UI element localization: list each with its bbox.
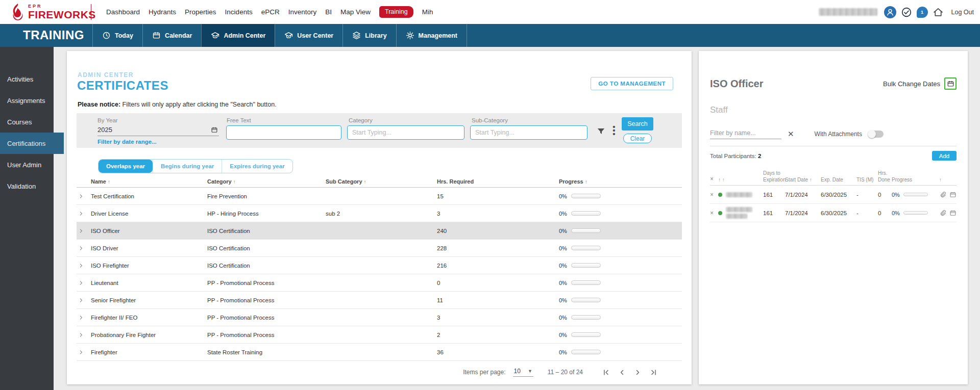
expand-row-icon[interactable] <box>78 314 85 321</box>
table-row[interactable]: Senior FirefighterPP - Promotional Proce… <box>77 292 682 309</box>
remove-staff-icon[interactable]: × <box>710 191 718 198</box>
bulk-change-dates-button[interactable]: Bulk Change Dates <box>883 77 957 90</box>
tab-expires-during-year[interactable]: Expires during year <box>222 160 292 173</box>
expand-row-icon[interactable] <box>78 262 85 269</box>
progress-value: 0% <box>559 263 567 269</box>
tab-begins-during-year[interactable]: Begins during year <box>153 160 222 173</box>
cell-category: ISO Certification <box>207 228 326 234</box>
sub-nav-item-library[interactable]: Library <box>342 24 396 47</box>
expand-row-icon[interactable] <box>78 210 85 217</box>
table-row[interactable]: ISO OfficerISO Certification2400% <box>77 222 682 240</box>
table-row[interactable]: ISO FirefighterISO Certification2160% <box>77 257 682 274</box>
flame-logo-icon <box>10 3 26 20</box>
next-page-icon[interactable] <box>634 369 642 376</box>
by-year-input[interactable]: 2025 <box>97 124 219 136</box>
clear-name-filter-icon[interactable]: ✕ <box>788 129 794 139</box>
staff-row[interactable]: ×1617/1/20246/30/2025-00% <box>710 186 957 204</box>
column-header-sub-category[interactable]: Sub Category↑ <box>326 178 437 185</box>
sidebar-item-courses[interactable]: Courses <box>0 111 54 133</box>
top-nav-item-incidents[interactable]: Incidents <box>225 8 253 16</box>
column-header-name[interactable]: Name↑ <box>91 178 207 185</box>
top-nav-item-inventory[interactable]: Inventory <box>288 8 317 16</box>
calendar-icon[interactable] <box>211 126 218 134</box>
expand-row-icon[interactable] <box>78 331 85 339</box>
table-row[interactable]: LieutenantPP - Promotional Process00% <box>77 274 682 292</box>
column-header-category[interactable]: Category↑ <box>207 178 326 185</box>
expand-row-icon[interactable] <box>78 193 85 200</box>
previous-page-icon[interactable] <box>618 369 626 376</box>
cell-progress: 0% <box>892 192 939 198</box>
sidebar-item-certifications[interactable]: Certifications <box>0 133 64 154</box>
cell-progress: 0% <box>559 245 682 251</box>
sidebar-item-user-admin[interactable]: User Admin <box>0 154 54 175</box>
expand-row-icon[interactable] <box>78 279 85 287</box>
expand-row-icon[interactable] <box>78 245 85 252</box>
table-row[interactable]: Test CertificationFire Prevention150% <box>77 188 682 205</box>
column-header-hrs-required[interactable]: Hrs. Required <box>437 178 559 185</box>
attachment-icon[interactable] <box>939 191 946 198</box>
top-nav-item-properties[interactable]: Properties <box>185 8 216 16</box>
more-options-icon[interactable]: ••• <box>611 125 617 137</box>
attachment-icon[interactable] <box>939 210 946 217</box>
table-row[interactable]: Probationary Fire FighterPP - Promotiona… <box>77 326 682 344</box>
progress-value: 0% <box>559 211 567 217</box>
cell-name: Firefighter <box>91 349 207 355</box>
top-nav-item-bi[interactable]: BI <box>325 8 332 16</box>
expand-row-icon[interactable] <box>78 227 85 235</box>
logout-button[interactable]: Log Out <box>951 9 974 16</box>
table-row[interactable]: Driver LicenseHP - Hiring Processsub 230… <box>77 205 682 222</box>
last-page-icon[interactable] <box>650 369 657 376</box>
search-button[interactable]: Search <box>622 117 653 131</box>
filter-by-date-range-link[interactable]: Filter by date range... <box>97 139 157 145</box>
sub-category-input[interactable] <box>470 125 587 140</box>
sidebar-item-validation[interactable]: Validation <box>0 175 54 197</box>
sub-nav-item-user-center[interactable]: User Center <box>275 24 342 47</box>
filter-by-name-input[interactable] <box>710 128 781 139</box>
sub-nav-item-today[interactable]: Today <box>92 24 142 47</box>
staff-row[interactable]: ×1617/1/20246/30/2025-00% <box>710 204 957 222</box>
staff-header-sort[interactable]: ↑ ↑ <box>718 177 763 184</box>
with-attachments-toggle[interactable] <box>868 131 884 138</box>
expand-row-icon[interactable] <box>78 349 85 356</box>
tab-overlaps-year[interactable]: Overlaps year <box>99 160 153 173</box>
free-text-input[interactable] <box>226 125 341 140</box>
table-row[interactable]: Firefighter II/ FEOPP - Promotional Proc… <box>77 309 682 326</box>
clear-button[interactable]: Clear <box>623 134 652 143</box>
add-button[interactable]: Add <box>932 151 957 161</box>
sidebar-item-activities[interactable]: Activities <box>0 68 54 90</box>
category-input[interactable] <box>347 125 464 140</box>
first-page-icon[interactable] <box>602 369 610 376</box>
expand-row-icon[interactable] <box>78 297 85 304</box>
cell-category: PP - Promotional Process <box>207 280 326 286</box>
top-nav-item-dashboard[interactable]: Dashboard <box>106 8 140 16</box>
column-header-progress[interactable]: Progress↑ <box>559 178 682 185</box>
check-circle-icon[interactable] <box>901 7 912 18</box>
edit-dates-icon[interactable] <box>949 191 957 198</box>
progress-value: 0% <box>559 193 567 199</box>
top-nav-item-training[interactable]: Training <box>379 6 413 18</box>
bulk-change-dates-highlight[interactable] <box>944 77 957 90</box>
cell-hrs-required: 2 <box>437 332 559 338</box>
user-avatar-icon[interactable] <box>884 6 896 18</box>
sidebar-item-assignments[interactable]: Assignments <box>0 90 54 111</box>
top-nav-item-hydrants[interactable]: Hydrants <box>149 8 176 16</box>
sub-nav-item-admin-center[interactable]: Admin Center <box>201 24 275 47</box>
items-per-page-select[interactable]: 10 ▼ <box>513 368 533 377</box>
remove-staff-icon[interactable]: × <box>710 210 718 217</box>
logo-divider <box>91 4 91 20</box>
top-nav-item-mih[interactable]: Mih <box>422 8 433 16</box>
filter-funnel-icon[interactable] <box>596 126 606 136</box>
home-icon[interactable] <box>933 7 944 18</box>
sub-nav-item-management[interactable]: Management <box>396 24 467 47</box>
table-row[interactable]: ISO DriverISO Certification2280% <box>77 240 682 257</box>
edit-dates-icon[interactable] <box>949 210 957 217</box>
cell-progress: 0% <box>559 297 682 303</box>
table-row[interactable]: FirefighterState Roster Training360% <box>77 344 682 361</box>
sub-nav-item-calendar[interactable]: Calendar <box>142 24 202 47</box>
staff-column-header-start-date[interactable]: Start Date ↑ <box>785 177 821 184</box>
top-nav-item-epcr[interactable]: ePCR <box>261 8 280 16</box>
top-nav-item-map-view[interactable]: Map View <box>340 8 371 16</box>
go-to-management-button[interactable]: GO TO MANAGEMENT <box>591 77 673 90</box>
app-logo[interactable]: EPR FIREWORKS <box>10 3 96 20</box>
notifications-bubble-icon[interactable]: 1 <box>917 7 928 18</box>
